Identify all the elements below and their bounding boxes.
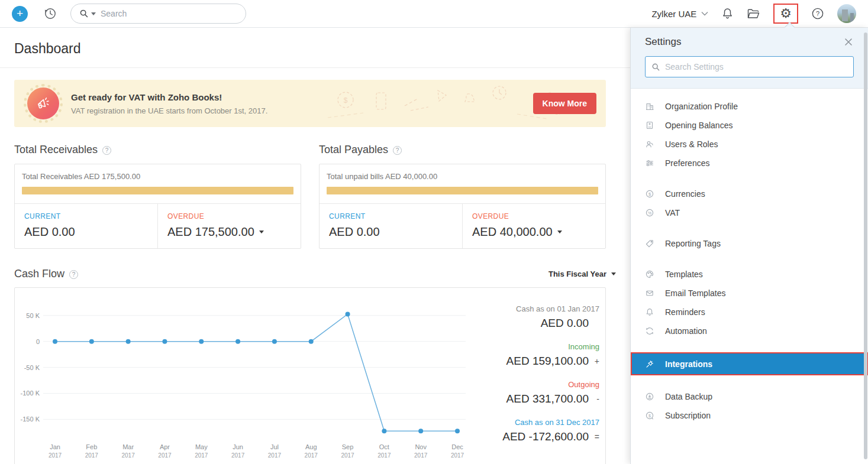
cash-start-label: Cash as on 01 Jan 2017 bbox=[470, 304, 599, 313]
help-icon[interactable]: ? bbox=[69, 270, 78, 279]
settings-button[interactable]: ⚙ bbox=[780, 7, 792, 20]
menu-item-reporting-tags[interactable]: Reporting Tags bbox=[631, 234, 868, 253]
question-icon: ? bbox=[811, 7, 824, 20]
menu-item-data-backup[interactable]: Data Backup bbox=[631, 387, 868, 406]
svg-text:2017: 2017 bbox=[158, 452, 172, 459]
menu-label: Subscription bbox=[665, 411, 711, 420]
svg-text:Dec: Dec bbox=[451, 443, 463, 450]
menu-item-integrations[interactable]: Integrations bbox=[631, 352, 868, 375]
period-caret-icon bbox=[611, 272, 616, 275]
close-button[interactable] bbox=[843, 37, 854, 47]
menu-item-email-templates[interactable]: Email Templates bbox=[631, 284, 868, 303]
menu-label: Organization Profile bbox=[665, 102, 738, 111]
sync-icon bbox=[645, 326, 654, 336]
cash-end-label: Cash as on 31 Dec 2017 bbox=[470, 418, 599, 427]
menu-label: Email Templates bbox=[665, 288, 725, 298]
help-button[interactable]: ? bbox=[811, 7, 824, 20]
menu-item-users-roles[interactable]: Users & Roles bbox=[631, 135, 868, 154]
menu-item-vat[interactable]: % Reporting Tags VAT bbox=[631, 203, 868, 222]
svg-text:%: % bbox=[648, 211, 651, 215]
svg-text:-50 K: -50 K bbox=[24, 364, 40, 371]
settings-title: Settings bbox=[645, 36, 681, 48]
menu-label: Data Backup bbox=[665, 392, 712, 401]
svg-text:2017: 2017 bbox=[85, 452, 99, 459]
settings-search-input[interactable] bbox=[665, 62, 847, 72]
palette-icon bbox=[645, 270, 654, 279]
menu-item-opening-balances[interactable]: Opening Balances bbox=[631, 116, 868, 135]
svg-text:Jan: Jan bbox=[50, 443, 60, 450]
overdue-dropdown-caret-icon bbox=[557, 231, 562, 233]
bell-icon bbox=[645, 307, 654, 317]
receivables-overdue-value[interactable]: AED 175,500.00 bbox=[167, 225, 291, 239]
payables-current-value: AED 0.00 bbox=[329, 225, 453, 239]
menu-item-reminders[interactable]: Reminders bbox=[631, 303, 868, 322]
svg-text:$: $ bbox=[648, 192, 651, 197]
global-search[interactable] bbox=[70, 4, 246, 24]
menu-label: VAT bbox=[665, 208, 680, 218]
incoming-value: AED 159,100.00 bbox=[506, 355, 589, 368]
menu-item-currencies[interactable]: $ Currencies bbox=[631, 184, 868, 203]
main-content: Dashboard Get ready for VAT with Zoho Bo… bbox=[0, 28, 630, 464]
menu-label: Templates bbox=[665, 270, 703, 279]
svg-text:2017: 2017 bbox=[305, 452, 318, 459]
menu-label: Reminders bbox=[665, 307, 705, 317]
close-icon bbox=[843, 37, 854, 47]
recent-history-button[interactable] bbox=[43, 7, 57, 21]
svg-text:$: $ bbox=[648, 414, 651, 418]
notifications-button[interactable] bbox=[721, 7, 734, 20]
total-receivables-section: Total Receivables ? Total Receivables AE… bbox=[14, 144, 301, 249]
topbar-right: Zylker UAE ⚙ ? bbox=[651, 4, 856, 24]
user-avatar[interactable] bbox=[837, 4, 856, 23]
subscription-icon: $ bbox=[645, 411, 654, 420]
overdue-dropdown-caret-icon bbox=[259, 231, 264, 233]
svg-text:2017: 2017 bbox=[377, 452, 391, 459]
svg-text:2017: 2017 bbox=[122, 452, 135, 459]
settings-search[interactable] bbox=[645, 56, 854, 77]
payables-overdue-value[interactable]: AED 40,000.00 bbox=[472, 225, 596, 239]
outgoing-value: AED 331,700.00 bbox=[506, 392, 589, 405]
fiscal-year-selector[interactable]: This Fiscal Year bbox=[548, 270, 616, 278]
search-scope-caret-icon[interactable] bbox=[91, 12, 96, 15]
cashflow-chart: 50 K0-50 K-100 K-150 KJan2017Feb2017Mar2… bbox=[15, 294, 470, 464]
help-icon[interactable]: ? bbox=[393, 146, 402, 155]
svg-text:2017: 2017 bbox=[49, 452, 62, 459]
chevron-down-icon bbox=[701, 11, 708, 16]
settings-menu: Organization Profile Opening Balances Us… bbox=[631, 89, 868, 425]
settings-annotation-box: ⚙ bbox=[773, 4, 798, 24]
menu-item-subscription[interactable]: $ Subscription bbox=[631, 406, 868, 425]
cash-start-value: AED 0.00 bbox=[541, 317, 589, 330]
svg-text:Nov: Nov bbox=[415, 443, 427, 450]
svg-text:2017: 2017 bbox=[341, 452, 354, 459]
svg-text:2017: 2017 bbox=[231, 452, 245, 459]
settings-panel-header: Settings bbox=[631, 28, 868, 89]
menu-item-templates[interactable]: Templates bbox=[631, 265, 868, 284]
menu-label: Opening Balances bbox=[665, 121, 733, 130]
receivables-current-label: CURRENT bbox=[24, 212, 148, 220]
mail-icon bbox=[645, 288, 654, 298]
sliders-icon bbox=[645, 158, 654, 168]
ledger-icon bbox=[645, 121, 654, 130]
menu-item-organization-profile[interactable]: Organization Profile bbox=[631, 97, 868, 116]
org-switcher[interactable]: Zylker UAE bbox=[651, 9, 708, 19]
search-input[interactable] bbox=[101, 9, 237, 18]
menu-label: Currencies bbox=[665, 189, 705, 199]
menu-label: Preferences bbox=[665, 158, 709, 168]
download-circle-icon bbox=[645, 392, 654, 401]
documents-button[interactable] bbox=[747, 8, 760, 20]
svg-text:2017: 2017 bbox=[414, 452, 428, 459]
bell-icon bbox=[721, 7, 734, 20]
equals-op: = bbox=[589, 432, 599, 442]
tag-icon bbox=[645, 239, 654, 248]
menu-item-preferences[interactable]: Preferences bbox=[631, 154, 868, 173]
quick-add-button[interactable]: + bbox=[12, 6, 28, 22]
gear-icon: ⚙ bbox=[780, 7, 792, 20]
topbar: + Zylker UAE bbox=[0, 0, 868, 28]
settings-panel: Settings Organization Profile bbox=[630, 28, 868, 464]
menu-item-automation[interactable]: Automation bbox=[631, 322, 868, 340]
plus-op: + bbox=[589, 356, 599, 366]
help-icon[interactable]: ? bbox=[102, 146, 111, 155]
know-more-button[interactable]: Know More bbox=[533, 93, 596, 114]
scrollbar[interactable] bbox=[864, 33, 867, 459]
svg-text:-150 K: -150 K bbox=[21, 416, 40, 423]
svg-text:Jul: Jul bbox=[270, 443, 279, 450]
